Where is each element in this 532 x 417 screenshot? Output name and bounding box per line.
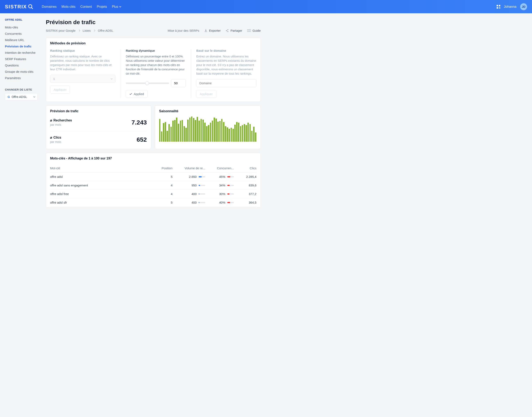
method-dynamic-title: Ranking dynamique: [126, 49, 186, 52]
export-label: Exporter: [209, 29, 221, 32]
svg-rect-8: [500, 8, 500, 9]
season-bar: [236, 122, 238, 142]
seasonality-card: Saisonnalité: [155, 105, 261, 149]
cell-clicks: 364,5: [234, 198, 256, 207]
static-apply-button[interactable]: Appliquer: [50, 86, 70, 94]
clicks-value: 652: [136, 136, 147, 143]
check-icon: [129, 93, 132, 95]
breadcrumb-item[interactable]: Listes: [83, 29, 91, 32]
method-domain-desc: Entrez un domaine. Nous utiliserons les …: [196, 54, 256, 76]
guide-button[interactable]: Guide: [247, 29, 261, 32]
sidebar-item-groupe[interactable]: Groupe de mots-clés: [5, 68, 43, 75]
cell-position: 5: [154, 173, 173, 181]
season-bar: [214, 117, 215, 142]
sidebar-item-serp-features[interactable]: SERP Features: [5, 56, 43, 62]
season-bar: [232, 129, 234, 142]
sidebar-item-meilleure-url[interactable]: Meilleure URL: [5, 37, 43, 43]
seasonality-chart: [159, 116, 257, 142]
nav-projets[interactable]: Projets: [97, 5, 107, 9]
sidebar-item-intention[interactable]: Intention de recherche: [5, 50, 43, 56]
season-bar: [163, 123, 164, 142]
seasonality-title: Saisonnalité: [159, 109, 257, 113]
share-button[interactable]: Partager: [226, 29, 242, 32]
cell-clicks: 839,6: [234, 181, 256, 190]
nav-content[interactable]: Content: [80, 5, 92, 9]
avatar[interactable]: JD: [520, 3, 527, 10]
season-bar: [242, 125, 243, 142]
table-row[interactable]: offre adsl sfr 5 400 40% 364,5: [50, 198, 256, 207]
forecast-card: Prévision de trafic ⌀Recherches par mois…: [46, 105, 151, 149]
method-static-desc: Définissez un ranking statique. Avec ce …: [50, 54, 115, 72]
static-rank-value: 1: [53, 77, 55, 81]
svg-point-9: [228, 29, 228, 30]
svg-rect-4: [497, 7, 498, 9]
page-actions: Mise à jour des SERPs Exporter Partager …: [168, 29, 261, 32]
th-position[interactable]: Position: [154, 164, 173, 173]
sidebar-item-questions[interactable]: Questions: [5, 62, 43, 68]
nav-plus[interactable]: Plus: [112, 5, 121, 9]
forecast-title: Prévision de trafic: [50, 109, 147, 113]
th-clicks[interactable]: Clics: [234, 164, 256, 173]
season-bar: [238, 123, 239, 142]
domain-apply-button[interactable]: Appliquer: [196, 90, 216, 98]
apps-icon[interactable]: [497, 5, 500, 9]
season-bar: [216, 119, 217, 142]
chevron-right-icon: [78, 30, 80, 32]
domain-input[interactable]: [196, 79, 256, 87]
logo[interactable]: SISTRIX: [5, 4, 33, 10]
method-domain: Basé sur le domaine Entrez un domaine. N…: [191, 49, 256, 98]
applied-label: Applied: [134, 92, 144, 96]
cell-volume: 400: [173, 198, 205, 207]
season-bar: [195, 120, 196, 142]
table-row[interactable]: offre adsl 5 2.650 45% 2.285,4: [50, 173, 256, 181]
average-icon: ⌀: [50, 136, 52, 139]
season-bar: [201, 119, 202, 142]
slider-thumb[interactable]: [145, 81, 149, 85]
table-row[interactable]: offre adsl sans engagement 4 950 34% 839…: [50, 181, 256, 190]
dynamic-slider[interactable]: [126, 83, 169, 84]
season-bar: [231, 128, 232, 142]
season-bar: [208, 125, 209, 142]
nav-mots-cles[interactable]: Mots-clés: [61, 5, 75, 9]
cell-position: 5: [154, 198, 173, 207]
svg-point-11: [228, 31, 228, 32]
season-bar: [198, 121, 200, 142]
nav-domaines[interactable]: Domaines: [42, 5, 56, 9]
logo-text: SISTRIX: [5, 4, 27, 10]
export-button[interactable]: Exporter: [204, 29, 221, 32]
season-bar: [170, 127, 172, 142]
cell-position: 4: [154, 181, 173, 190]
th-volume[interactable]: Volume de re...: [173, 164, 205, 173]
season-bar: [210, 123, 211, 142]
sidebar-item-concurrents[interactable]: Concurrents: [5, 31, 43, 37]
sidebar-item-mots-cles[interactable]: Mots-clés: [5, 24, 43, 31]
list-selector[interactable]: G Offre ADSL: [5, 93, 38, 100]
season-bar: [182, 120, 183, 142]
table-row[interactable]: offre adsl free 4 400 30% 377,2: [50, 190, 256, 198]
season-bar: [187, 120, 189, 142]
table-title: Mots-clés - Affichage de 1 à 100 sur 197: [50, 156, 256, 160]
static-rank-select[interactable]: 1: [50, 75, 115, 83]
keywords-table: Mot-clé Position Volume de re... Concurr…: [50, 164, 256, 207]
sidebar-list: Mots-clés Concurrents Meilleure URL Prév…: [5, 24, 43, 81]
sidebar-item-prevision[interactable]: Prévision de trafic: [5, 43, 43, 50]
search-icon: [28, 4, 33, 10]
sidebar-title: OFFRE ADSL: [5, 18, 43, 21]
season-bar: [250, 124, 251, 142]
searches-value: 7.243: [131, 119, 147, 126]
th-competition[interactable]: Concurren...: [205, 164, 234, 173]
svg-rect-6: [500, 7, 500, 8]
breadcrumb-item[interactable]: SISTRIX pour Google: [46, 29, 76, 32]
serp-update-link[interactable]: Mise à jour des SERPs: [168, 29, 199, 32]
season-bar: [217, 122, 219, 142]
breadcrumb-item[interactable]: Offre ADSL: [98, 29, 113, 32]
cell-volume: 2.650: [173, 173, 205, 181]
season-bar: [191, 116, 193, 142]
sidebar-item-parametres[interactable]: Paramètres: [5, 75, 43, 81]
username[interactable]: Johanna: [504, 5, 516, 9]
dynamic-value-input[interactable]: [171, 79, 186, 87]
cell-keyword: offre adsl sfr: [50, 198, 154, 207]
dynamic-applied-button[interactable]: Applied: [126, 90, 148, 98]
season-bar: [255, 133, 256, 142]
th-keyword[interactable]: Mot-clé: [50, 164, 154, 173]
